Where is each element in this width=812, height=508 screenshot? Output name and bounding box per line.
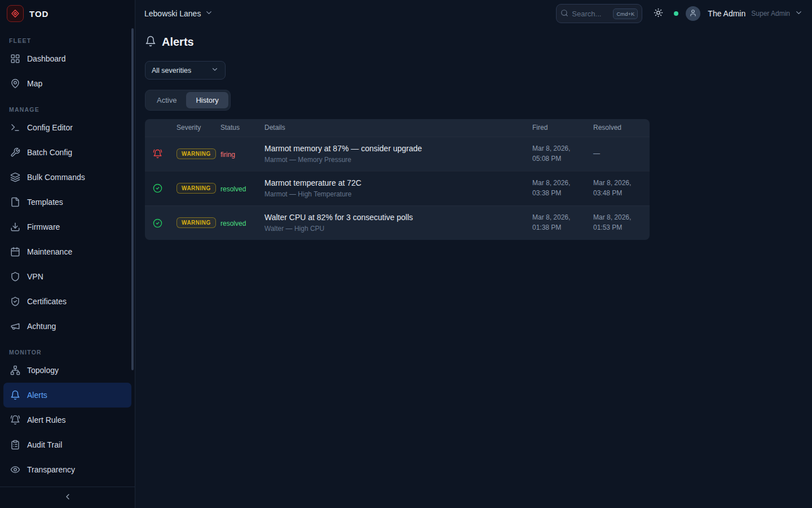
alert-subtitle: Walter — High CPU [264,225,519,233]
sidebar-item-alert-rules[interactable]: Alert Rules [3,408,131,432]
sidebar-item-bulk-commands[interactable]: Bulk Commands [3,165,131,190]
sidebar-item-alerts[interactable]: Alerts [3,383,131,408]
topbar: Lebowski Lanes Cmd+K The Admin [135,0,812,27]
sidebar-item-label: Alerts [27,391,47,400]
bell-icon [10,390,20,400]
col-severity: Severity [170,119,214,137]
file-icon [10,197,20,207]
sidebar-scrollbar[interactable] [131,28,134,370]
col-status: Status [214,119,258,137]
sidebar-item-label: Maintenance [27,247,72,256]
sidebar-section-manage: MANAGE [9,106,126,113]
page-title: Alerts [162,36,194,49]
col-details: Details [258,119,526,137]
tab-history[interactable]: History [186,92,228,108]
table-row[interactable]: WARNING firing Marmot memory at 87% — co… [145,137,650,171]
shield-icon [10,271,20,282]
sidebar-item-certificates[interactable]: Certificates [3,289,131,314]
layers-icon [10,172,20,182]
clipboard-icon [10,440,20,450]
theme-toggle-button[interactable] [650,5,667,22]
table-row[interactable]: WARNING resolved Marmot temperature at 7… [145,171,650,205]
col-fired: Fired [526,119,586,137]
connection-status-dot [674,11,678,16]
tab-active[interactable]: Active [147,92,186,108]
wrench-icon [10,147,20,157]
sidebar-item-label: VPN [27,272,43,281]
alert-title: Marmot temperature at 72C [264,178,519,187]
sidebar-item-audit-trail[interactable]: Audit Trail [3,432,131,457]
bell-ring-icon [153,149,162,158]
eye-icon [10,465,20,475]
sidebar-item-firmware[interactable]: Firmware [3,214,131,239]
search-icon [561,9,568,19]
chevron-left-icon [63,492,72,503]
status-text: resolved [220,185,246,193]
search-shortcut-badge: Cmd+K [613,8,638,19]
megaphone-icon [10,321,20,331]
sidebar-item-achtung[interactable]: Achtung [3,314,131,339]
sidebar-item-label: Bulk Commands [27,173,85,182]
content: Alerts All severities Active History [135,27,812,240]
check-circle-icon [153,183,162,192]
sidebar-item-label: Batch Config [27,148,72,157]
brand-name: TOD [29,9,48,19]
collapse-sidebar-button[interactable] [59,489,76,506]
col-icon [145,119,170,137]
sidebar-item-label: Certificates [27,297,67,306]
avatar[interactable] [686,6,700,21]
severity-badge: WARNING [176,217,216,228]
severity-filter-select[interactable]: All severities [145,61,226,80]
check-circle-icon [153,218,162,227]
col-resolved: Resolved [586,119,650,137]
fired-timestamp: Mar 8, 2026, 01:38 PM [526,205,586,240]
alerts-table: Severity Status Details Fired Resolved W… [145,119,650,240]
table-row[interactable]: WARNING resolved Walter CPU at 82% for 3… [145,205,650,240]
user-role: Super Admin [751,10,790,17]
sidebar-item-label: Transparency [27,465,75,474]
sidebar-item-label: Dashboard [27,54,66,63]
sidebar-item-label: Firmware [27,222,60,231]
sidebar-item-topology[interactable]: Topology [3,358,131,383]
sidebar-item-label: Templates [27,198,63,207]
sidebar-section-fleet: FLEET [9,37,126,44]
page-title-row: Alerts [145,36,803,49]
sidebar-item-maintenance[interactable]: Maintenance [3,239,131,264]
org-selector[interactable]: Lebowski Lanes [144,8,213,19]
sidebar-item-vpn[interactable]: VPN [3,264,131,289]
org-name: Lebowski Lanes [144,9,201,18]
search-input[interactable] [572,10,610,18]
bell-icon [145,36,156,49]
alert-title: Walter CPU at 82% for 3 consecutive poll… [264,213,519,222]
app-logo-icon [7,5,24,22]
chevron-down-icon [211,65,219,75]
severity-badge: WARNING [176,148,216,159]
sidebar-item-transparency[interactable]: Transparency [3,457,131,482]
resolved-timestamp: Mar 8, 2026, 03:48 PM [586,171,650,205]
shield-check-icon [10,296,20,306]
sidebar-nav: FLEET Dashboard Map MANAGE Config Editor… [0,27,135,487]
calendar-icon [10,247,20,257]
main-area: Lebowski Lanes Cmd+K The Admin [135,0,812,508]
chevron-down-icon [205,8,213,19]
table-header-row: Severity Status Details Fired Resolved [145,119,650,137]
sidebar-item-dashboard[interactable]: Dashboard [3,46,131,71]
search-box[interactable]: Cmd+K [556,4,642,23]
sidebar-item-map[interactable]: Map [3,71,131,96]
bell-ring-icon [10,415,20,425]
sun-icon [654,8,663,19]
sidebar-item-label: Audit Trail [27,440,62,449]
sidebar-item-config-editor[interactable]: Config Editor [3,115,131,140]
network-icon [10,365,20,375]
sidebar-item-templates[interactable]: Templates [3,190,131,214]
user-menu[interactable]: The Admin Super Admin [708,8,803,19]
severity-badge: WARNING [176,183,216,194]
fired-timestamp: Mar 8, 2026, 05:08 PM [526,137,586,171]
sidebar-item-batch-config[interactable]: Batch Config [3,140,131,165]
sidebar-item-label: Alert Rules [27,415,65,424]
fired-timestamp: Mar 8, 2026, 03:38 PM [526,171,586,205]
map-pin-icon [10,78,20,89]
chevron-down-icon [795,8,803,19]
resolved-timestamp: Mar 8, 2026, 01:53 PM [586,205,650,240]
sidebar-item-label: Achtung [27,322,56,331]
